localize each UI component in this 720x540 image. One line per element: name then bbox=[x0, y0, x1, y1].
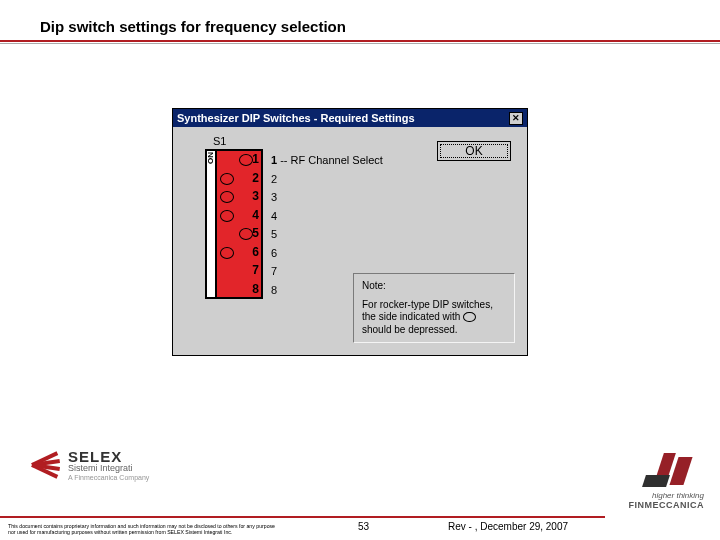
dip-number-7: 7 bbox=[252, 263, 259, 277]
dip-on-label: ON bbox=[206, 152, 215, 164]
footer-rule bbox=[0, 516, 605, 518]
page-number: 53 bbox=[358, 521, 369, 532]
selex-logo: SELEX Sistemi Integrati A Finmeccanica C… bbox=[32, 444, 149, 486]
ok-button-label: OK bbox=[465, 144, 482, 158]
dip-row-6: 6 bbox=[217, 244, 261, 262]
dip-number-5: 5 bbox=[252, 226, 259, 240]
note-title: Note: bbox=[362, 280, 506, 293]
dip-row-4: 4 bbox=[217, 207, 261, 225]
dip-number-4: 4 bbox=[252, 208, 259, 222]
finmeccanica-name: FINMECCANICA bbox=[604, 500, 704, 510]
disclaimer-text: This document contains proprietary infor… bbox=[8, 524, 278, 536]
dialog-titlebar: Synthesizer DIP Switches - Required Sett… bbox=[173, 109, 527, 127]
dip-row-5: 5 bbox=[217, 225, 261, 243]
dip-rows-container: 12345678 bbox=[217, 151, 261, 297]
dip-marker-2 bbox=[220, 173, 234, 185]
dip-switch-block: ON 12345678 bbox=[205, 149, 263, 299]
selex-tag: A Finmeccanica Company bbox=[68, 474, 149, 481]
title-rule bbox=[0, 40, 720, 42]
dip-label-4: 4 bbox=[271, 207, 383, 226]
dip-settings-dialog: Synthesizer DIP Switches - Required Sett… bbox=[172, 108, 528, 356]
s1-label: S1 bbox=[213, 135, 226, 147]
finmeccanica-bars-icon bbox=[604, 451, 704, 489]
finmeccanica-tag: higher thinking bbox=[652, 491, 704, 500]
dip-number-1: 1 bbox=[252, 152, 259, 166]
dip-marker-6 bbox=[220, 247, 234, 259]
page-title: Dip switch settings for frequency select… bbox=[40, 18, 346, 35]
dip-label-3: 3 bbox=[271, 188, 383, 207]
selex-name: SELEX bbox=[68, 449, 149, 465]
title-rule-shadow bbox=[0, 43, 720, 44]
dip-number-2: 2 bbox=[252, 171, 259, 185]
close-icon: ✕ bbox=[512, 113, 520, 123]
dip-number-8: 8 bbox=[252, 282, 259, 296]
dip-row-7: 7 bbox=[217, 262, 261, 280]
dip-row-1: 1 bbox=[217, 151, 261, 169]
dip-row-2: 2 bbox=[217, 170, 261, 188]
dip-on-strip: ON bbox=[207, 151, 217, 297]
note-box: Note: For rocker-type DIP switches, the … bbox=[353, 273, 515, 343]
dialog-title: Synthesizer DIP Switches - Required Sett… bbox=[177, 112, 509, 124]
dip-label-1: 1 -- RF Channel Select bbox=[271, 151, 383, 170]
selex-sub: Sistemi Integrati bbox=[68, 464, 149, 473]
note-line2: should be depressed. bbox=[362, 324, 458, 335]
dip-label-2: 2 bbox=[271, 170, 383, 189]
dip-marker-3 bbox=[220, 191, 234, 203]
dip-row-3: 3 bbox=[217, 188, 261, 206]
revision-text: Rev - , December 29, 2007 bbox=[448, 521, 568, 532]
dialog-body: S1 ON 12345678 1 -- RF Channel Select234… bbox=[173, 127, 527, 355]
dip-number-6: 6 bbox=[252, 245, 259, 259]
note-body: For rocker-type DIP switches, the side i… bbox=[362, 299, 506, 337]
dip-marker-5 bbox=[239, 228, 253, 240]
close-button[interactable]: ✕ bbox=[509, 112, 523, 125]
dip-marker-4 bbox=[220, 210, 234, 222]
dip-label-5: 5 bbox=[271, 225, 383, 244]
dip-label-6: 6 bbox=[271, 244, 383, 263]
dip-row-8: 8 bbox=[217, 281, 261, 299]
ok-button[interactable]: OK bbox=[437, 141, 511, 161]
selex-mark-icon bbox=[32, 451, 60, 479]
dip-marker-1 bbox=[239, 154, 253, 166]
finmeccanica-logo: higher thinking FINMECCANICA bbox=[604, 451, 704, 510]
rocker-icon bbox=[463, 312, 476, 322]
dip-number-3: 3 bbox=[252, 189, 259, 203]
